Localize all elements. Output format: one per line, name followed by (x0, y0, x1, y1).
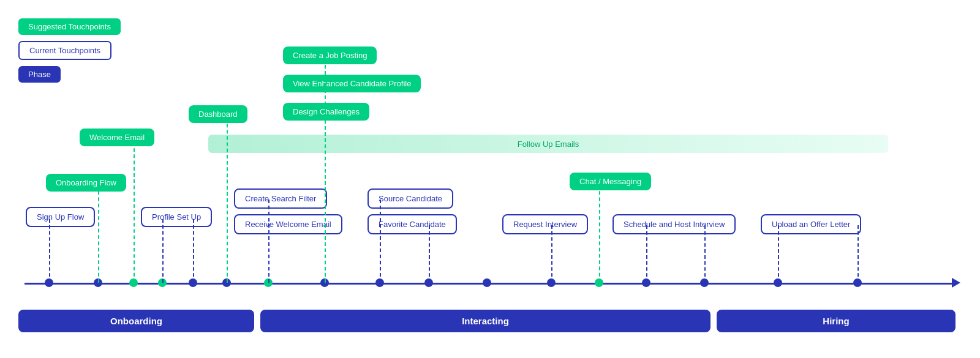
schedule-interview-box: Schedule and Host Interview (612, 214, 736, 234)
design-challenges-label: Design Challenges (283, 103, 369, 121)
follow-up-emails-label: Follow Up Emails (518, 140, 579, 149)
dline-request (551, 225, 552, 283)
hiring-phase: Hiring (717, 310, 956, 332)
legend: Suggested Touchpoints Current Touchpoint… (18, 18, 121, 83)
create-search-filter-label: Create Search Filter (234, 188, 327, 209)
request-interview-box: Request Interview (502, 214, 588, 234)
dline-profile2 (193, 219, 194, 283)
dline-search (268, 200, 270, 283)
suggested-touchpoints-label: Suggested Touchpoints (18, 18, 121, 35)
timeline-arrow (952, 278, 960, 288)
view-candidate-profile-box: View Enhanced Candidate Profile (283, 75, 421, 92)
schedule-interview-label: Schedule and Host Interview (612, 214, 736, 234)
upload-offer-letter-label: Upload an Offer Letter (761, 214, 861, 234)
receive-welcome-email-box: Receive Welcome Email (234, 214, 342, 234)
dline-source (380, 200, 381, 283)
follow-up-emails-bar: Follow Up Emails (208, 135, 888, 153)
interacting-phase: Interacting (260, 310, 710, 332)
sign-up-flow-label: Sign Up Flow (26, 207, 95, 227)
legend-phase: Phase (18, 66, 121, 83)
dline-signup (49, 219, 50, 283)
onboarding-flow-box: Onboarding Flow (46, 174, 126, 192)
dline-offer1 (778, 225, 779, 283)
dline-profile1 (162, 219, 164, 283)
dline-jobs (325, 59, 326, 283)
dot-11 (483, 278, 491, 287)
create-search-filter-box: Create Search Filter (234, 188, 327, 209)
dline-dashboard (227, 117, 228, 283)
profile-set-up-label: Profile Set Up (141, 207, 212, 227)
create-job-posting-box: Create a Job Posting (283, 47, 377, 64)
dline-schedule2 (704, 225, 706, 283)
dline-schedule1 (646, 225, 647, 283)
interacting-phase-label: Interacting (260, 310, 710, 332)
chat-messaging-box: Chat / Messaging (570, 173, 651, 190)
chat-messaging-label: Chat / Messaging (570, 173, 651, 190)
onboarding-phase-label: Onboarding (18, 310, 254, 332)
onboarding-phase: Onboarding (18, 310, 254, 332)
design-challenges-box: Design Challenges (283, 103, 369, 121)
sign-up-flow-box: Sign Up Flow (26, 207, 95, 227)
upload-offer-letter-box: Upload an Offer Letter (761, 214, 861, 234)
dline-chat (599, 185, 600, 283)
legend-suggested: Suggested Touchpoints (18, 18, 121, 35)
receive-welcome-email-label: Receive Welcome Email (234, 214, 342, 234)
dline-offer2 (858, 225, 859, 283)
current-touchpoints-label: Current Touchpoints (18, 41, 111, 60)
welcome-email-box: Welcome Email (80, 129, 154, 146)
create-job-posting-label: Create a Job Posting (283, 47, 377, 64)
request-interview-label: Request Interview (502, 214, 588, 234)
phase-label: Phase (18, 66, 61, 83)
dline-fav (429, 225, 430, 283)
legend-current: Current Touchpoints (18, 41, 121, 60)
view-candidate-profile-label: View Enhanced Candidate Profile (283, 75, 421, 92)
journey-map: { "legend": { "suggested_label": "Sugges… (0, 0, 980, 358)
dline-onboarding (98, 185, 99, 283)
onboarding-flow-label: Onboarding Flow (46, 174, 126, 192)
hiring-phase-label: Hiring (717, 310, 956, 332)
dline-welcome (134, 142, 135, 283)
dashboard-box: Dashboard (189, 105, 247, 123)
dashboard-label: Dashboard (189, 105, 247, 123)
welcome-email-label: Welcome Email (80, 129, 154, 146)
profile-set-up-box: Profile Set Up (141, 207, 212, 227)
